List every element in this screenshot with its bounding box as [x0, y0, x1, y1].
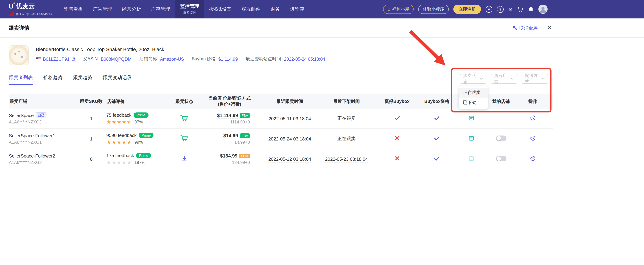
external-link-icon[interactable] — [71, 57, 75, 61]
price-detail: 134.99+0 — [198, 160, 250, 165]
header-follow-time: 最近跟卖时间 — [260, 94, 319, 109]
nav-label: 销售看板 — [64, 6, 83, 13]
exit-fullscreen-icon — [512, 26, 517, 30]
tab-bar: 跟卖者列表 价格趋势 跟卖趋势 跟卖变动记录 — [9, 75, 644, 85]
exit-fullscreen-button[interactable]: 取消全屏 — [512, 25, 538, 31]
off-time-cell: 正在跟卖 — [319, 129, 374, 149]
asin-link[interactable]: B01LZ2UP91 — [43, 57, 70, 62]
product-title: BlenderBottle Classic Loop Top Shaker Bo… — [36, 47, 325, 52]
history-icon[interactable] — [530, 155, 536, 161]
check-icon — [434, 156, 440, 160]
price-cell: $1,114.99FBA 1114.99+0 — [198, 109, 260, 129]
nav-item-customer-email[interactable]: 客服邮件 — [236, 0, 266, 19]
follow-status-select[interactable]: 跟卖状态 — [460, 74, 486, 84]
chevron-down-icon — [480, 78, 483, 80]
history-icon[interactable] — [530, 135, 536, 141]
history-icon-svg — [530, 135, 536, 141]
close-button[interactable]: ✕ — [547, 25, 552, 31]
nav-item-ad-management[interactable]: 广告管理 — [88, 0, 117, 19]
change-time-label: 最近变动站点时间: — [246, 56, 282, 62]
help-icon[interactable]: ? — [497, 6, 504, 13]
tab-follow-trend[interactable]: 跟卖趋势 — [73, 75, 92, 85]
register-button[interactable]: 立即注册 — [454, 5, 481, 14]
dropdown-option-following[interactable]: 正在跟卖 — [459, 88, 488, 98]
nav-item-business-analysis[interactable]: 经营分析 — [117, 0, 146, 19]
header-store: 跟卖店铺 — [9, 94, 76, 109]
feedback-icon[interactable]: ✉ — [508, 7, 512, 12]
nav-item-monitoring-management[interactable]: 监控管理 跟卖监控 — [175, 0, 204, 19]
follow-time-cell: 2022-05-24 03:18:04 — [260, 129, 319, 149]
rating-percent: 197% — [134, 160, 145, 165]
price-value: $14.99 — [223, 133, 238, 139]
header-win-buybox: 赢得Buybox — [374, 94, 420, 109]
cart-icon[interactable] — [517, 7, 524, 12]
buybox-price-item: Buybox价格: $1,114.99 — [192, 56, 238, 62]
check-icon — [434, 136, 440, 140]
main-content: BlenderBottle Classic Loop Top Shaker Bo… — [0, 45, 644, 169]
header-action: 操作 — [513, 94, 553, 109]
delivery-select[interactable]: 配送方式 — [522, 74, 548, 84]
tab-follow-change-log[interactable]: 跟卖变动记录 — [103, 75, 132, 85]
store-name: SellerSpace-Follower2 — [9, 153, 55, 158]
header-my-store: 我的店铺 — [489, 94, 513, 109]
nav-label: 经营分析 — [122, 6, 141, 13]
delivery-select-placeholder: 配送方式 — [525, 73, 542, 85]
rating-cell: 175 feedback Prime ★★★★★ ★★★★★ 197% — [106, 149, 170, 169]
miniapp-button[interactable]: 体验小程序 — [418, 5, 449, 14]
header-price-line1: 当前店 价格/配送方式 — [198, 95, 260, 101]
tab-follower-list[interactable]: 跟卖者列表 — [9, 75, 33, 85]
us-flag-icon — [36, 57, 41, 61]
notes-icon[interactable] — [468, 135, 474, 141]
prime-badge: Prime — [136, 153, 151, 158]
my-store-toggle[interactable] — [496, 135, 506, 141]
welfare-house-icon: ⌂ — [388, 7, 390, 11]
cart-icon-svg — [517, 7, 524, 12]
store-select[interactable]: 所有店铺 — [491, 74, 517, 84]
app: U 优麦云 (UTC-7): 10/21 00:34:47 销售看板 广告管理 … — [0, 0, 644, 265]
nav-label: 进销存 — [290, 6, 304, 13]
table-row: SellerSpace-Follower1 A1A6*****NZXG1 1 9… — [9, 129, 553, 149]
tab-price-trend[interactable]: 价格趋势 — [44, 75, 62, 85]
my-store-cell — [489, 129, 513, 149]
rating-cell: 75 feedback Prime ★★★★★ ★★★★★ 97% — [106, 109, 170, 129]
nav-item-authorization-settings[interactable]: 授权&设置 — [204, 0, 236, 19]
sku-count-cell: 0 — [76, 149, 106, 169]
my-store-toggle[interactable] — [496, 156, 506, 161]
assistant-icon[interactable]: A — [486, 6, 492, 13]
price-detail: 14.99+0 — [198, 140, 250, 145]
dropdown-option-offline[interactable]: 已下架 — [459, 98, 488, 108]
logo-icon[interactable]: U — [9, 3, 14, 10]
welfare-button[interactable]: ⌂ 福利小屋 — [383, 5, 414, 14]
header-price: 当前店 价格/配送方式 (售价+运费) — [198, 94, 260, 109]
store-cell: SellerSpace-Follower2 A1A6*****NZXG2 — [9, 149, 76, 169]
cart-icon — [180, 114, 188, 122]
product-image — [9, 45, 29, 65]
nav-label: 客服邮件 — [241, 6, 260, 13]
logo-text[interactable]: 优麦云 — [16, 2, 35, 10]
nav-item-sales-dashboard[interactable]: 销售看板 — [59, 0, 88, 19]
top-navbar: U 优麦云 (UTC-7): 10/21 00:34:47 销售看板 广告管理 … — [0, 0, 644, 19]
prime-badge: Prime — [134, 112, 148, 118]
follow-time-cell: 2022-05-12 03:18:04 — [260, 149, 319, 169]
header-sku: 跟卖SKU数 — [76, 94, 106, 109]
my-store-cell — [489, 109, 513, 129]
buybox-price-value: $1,114.99 — [218, 57, 238, 62]
history-icon[interactable] — [530, 115, 536, 121]
nav-item-purchase-sales-inventory[interactable]: 进销存 — [285, 0, 309, 19]
notes-icon[interactable] — [468, 115, 474, 121]
notes-cell — [454, 149, 489, 169]
notification-icon[interactable] — [528, 6, 534, 12]
nav-item-finance[interactable]: 财务 — [266, 0, 285, 19]
action-cell — [513, 129, 553, 149]
parent-asin-label: 父ASIN: — [83, 56, 99, 62]
nav-item-inventory-management[interactable]: 库存管理 — [146, 0, 175, 19]
win-buybox-cell — [374, 109, 420, 129]
follow-status-cell — [170, 149, 198, 169]
arrow-down-icon — [181, 155, 188, 162]
avatar[interactable] — [538, 5, 548, 14]
notes-icon-svg — [468, 115, 474, 121]
follow-time: 2022-05-24 03:18:04 — [268, 136, 311, 142]
notes-icon[interactable] — [468, 156, 474, 161]
off-time: 正在跟卖 — [337, 116, 356, 121]
follow-status-dropdown: 正在跟卖 已下架 — [459, 86, 488, 109]
